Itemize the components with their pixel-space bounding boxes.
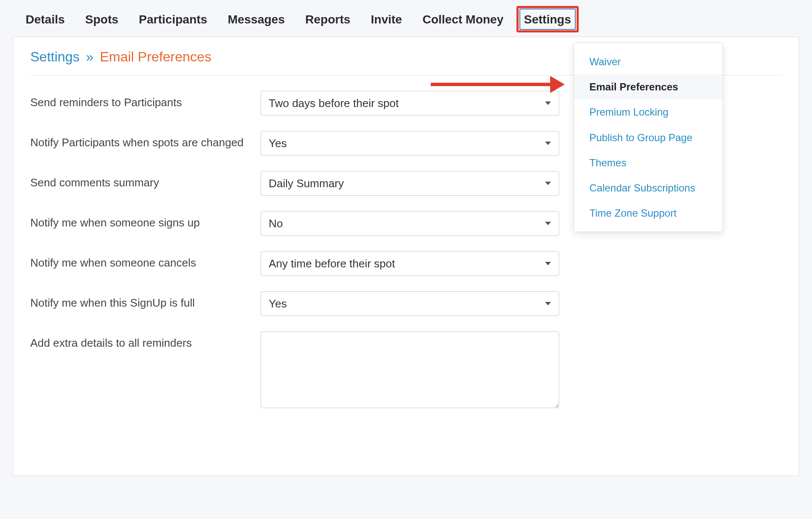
- chevron-down-icon: [545, 222, 551, 225]
- select-notify-changes[interactable]: Yes: [261, 131, 559, 156]
- textarea-extra-details[interactable]: [261, 331, 559, 408]
- tab-settings-label: Settings: [524, 13, 571, 26]
- breadcrumb-current: Email Preferences: [100, 49, 211, 64]
- breadcrumb-root[interactable]: Settings: [30, 49, 80, 64]
- row-notify-full: Notify me when this SignUp is full Yes: [30, 291, 782, 316]
- tab-participants[interactable]: Participants: [139, 13, 207, 26]
- label-send-reminders: Send reminders to Participants: [30, 91, 261, 110]
- chevron-down-icon: [545, 142, 551, 145]
- chevron-down-icon: [545, 182, 551, 185]
- tab-invite[interactable]: Invite: [371, 13, 402, 26]
- menu-premium-locking[interactable]: Premium Locking: [574, 99, 722, 125]
- menu-waiver[interactable]: Waiver: [574, 49, 722, 74]
- menu-calendar-subscriptions[interactable]: Calendar Subscriptions: [574, 175, 722, 200]
- label-notify-changes: Notify Participants when spots are chang…: [30, 131, 261, 150]
- tab-details[interactable]: Details: [26, 13, 65, 26]
- select-notify-full-value: Yes: [269, 297, 287, 310]
- select-notify-full[interactable]: Yes: [261, 291, 559, 316]
- row-extra-details: Add extra details to all reminders: [30, 331, 782, 410]
- select-notify-signup-value: No: [269, 217, 283, 230]
- label-extra-details: Add extra details to all reminders: [30, 331, 261, 351]
- main-tabs: Details Spots Participants Messages Repo…: [0, 13, 812, 37]
- label-comments-summary: Send comments summary: [30, 171, 261, 190]
- tab-spots[interactable]: Spots: [85, 13, 119, 26]
- settings-dropdown-menu: Waiver Email Preferences Premium Locking…: [574, 43, 723, 232]
- tab-messages[interactable]: Messages: [228, 13, 285, 26]
- select-send-reminders[interactable]: Two days before their spot: [261, 91, 559, 116]
- select-comments-summary[interactable]: Daily Summary: [261, 171, 559, 196]
- menu-email-preferences[interactable]: Email Preferences: [574, 74, 722, 99]
- select-notify-changes-value: Yes: [269, 137, 287, 150]
- chevron-down-icon: [545, 262, 551, 265]
- breadcrumb-separator: »: [84, 49, 96, 64]
- select-send-reminders-value: Two days before their spot: [269, 97, 399, 110]
- label-notify-full: Notify me when this SignUp is full: [30, 291, 261, 310]
- tab-reports[interactable]: Reports: [305, 13, 351, 26]
- select-notify-cancel[interactable]: Any time before their spot: [261, 251, 559, 276]
- label-notify-signup: Notify me when someone signs up: [30, 211, 261, 230]
- row-notify-cancel: Notify me when someone cancels Any time …: [30, 251, 782, 276]
- select-notify-signup[interactable]: No: [261, 211, 559, 236]
- select-comments-summary-value: Daily Summary: [269, 177, 344, 190]
- chevron-down-icon: [545, 101, 551, 105]
- tab-settings[interactable]: Settings: [524, 13, 571, 26]
- select-notify-cancel-value: Any time before their spot: [269, 257, 395, 270]
- menu-time-zone-support[interactable]: Time Zone Support: [574, 200, 722, 226]
- menu-themes[interactable]: Themes: [574, 150, 722, 175]
- tab-collect-money[interactable]: Collect Money: [423, 13, 504, 26]
- chevron-down-icon: [545, 302, 551, 305]
- label-notify-cancel: Notify me when someone cancels: [30, 251, 261, 270]
- menu-publish-group-page[interactable]: Publish to Group Page: [574, 125, 722, 150]
